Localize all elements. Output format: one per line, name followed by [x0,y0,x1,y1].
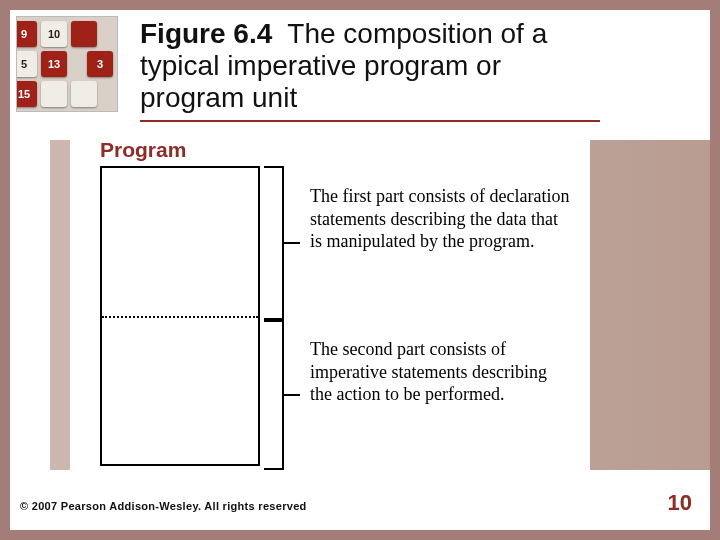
page-number: 10 [668,490,692,516]
part1-description: The first part consists of declaration s… [310,185,570,253]
title-underline [140,120,600,122]
part2-description: The second part consists of imperative s… [310,338,570,406]
program-label: Program [100,138,186,162]
diagram-panel: Program The first part consists of decla… [70,130,590,480]
program-divider [102,316,258,318]
slide: 9 10 5 13 3 15 Figure 6.4 The compositio… [10,10,710,530]
corner-thumbnail: 9 10 5 13 3 15 [16,16,118,112]
bracket-top [264,166,284,320]
tile [71,81,97,107]
bracket-bottom [264,320,284,470]
header-strip: 9 10 5 13 3 15 Figure 6.4 The compositio… [10,10,710,140]
tile [71,21,97,47]
tile: 15 [16,81,37,107]
tile: 10 [41,21,67,47]
footer-strip: © 2007 Pearson Addison-Wesley. All right… [10,470,710,530]
tile [41,81,67,107]
tile: 9 [16,21,37,47]
tile: 3 [87,51,113,77]
tile: 13 [41,51,67,77]
copyright-text: © 2007 Pearson Addison-Wesley. All right… [20,500,307,512]
tile: 5 [16,51,37,77]
figure-number: Figure 6.4 [140,18,272,49]
figure-title: Figure 6.4 The composition of a typical … [140,18,610,115]
